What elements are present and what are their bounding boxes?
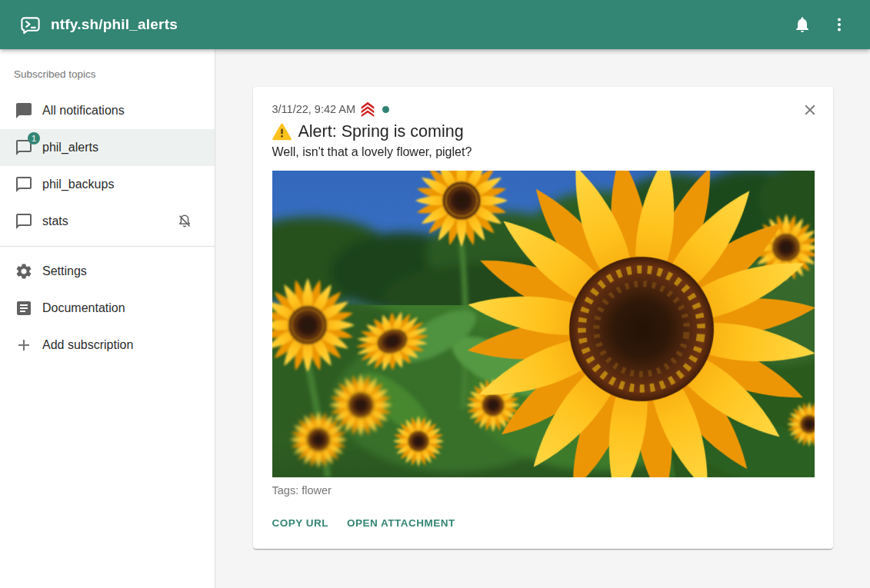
overflow-menu-button[interactable] <box>821 6 858 43</box>
open-attachment-button[interactable]: OPEN ATTACHMENT <box>347 513 455 533</box>
chat-bubble-outline-icon <box>15 175 33 194</box>
app-bar: ntfy.sh/phil_alerts <box>0 0 870 49</box>
sidebar-item-all-notifications[interactable]: All notifications <box>0 92 215 129</box>
sidebar-subheader: Subscribed topics <box>0 55 215 92</box>
bell-icon <box>793 15 812 34</box>
sidebar: Subscribed topics All notifications 1 ph… <box>0 49 215 588</box>
chat-bubble-outline-icon: 1 <box>15 138 33 157</box>
sidebar-item-stats[interactable]: stats <box>0 203 215 240</box>
gear-icon <box>15 262 33 281</box>
app-title: ntfy.sh/phil_alerts <box>51 16 178 33</box>
menu-label: Documentation <box>42 301 215 315</box>
sidebar-menu: Settings Documentation Add subscription <box>0 253 215 364</box>
sidebar-divider <box>0 246 215 247</box>
topic-list: All notifications 1 phil_alerts phil_bac… <box>0 92 215 240</box>
chat-bubble-filled-icon <box>15 101 33 120</box>
notification-title: Alert: Spring is coming <box>298 122 464 141</box>
notification-tags: Tags: flower <box>272 484 815 497</box>
notification-message: Well, isn't that a lovely flower, piglet… <box>272 145 815 159</box>
notification-datetime: 3/11/22, 9:42 AM <box>272 103 356 115</box>
sidebar-item-add-subscription[interactable]: Add subscription <box>0 327 215 364</box>
menu-label: Add subscription <box>42 338 215 352</box>
topic-label: phil_backups <box>42 178 215 191</box>
unread-dot <box>382 106 389 113</box>
close-icon <box>802 101 818 118</box>
unread-count-badge: 1 <box>28 132 40 145</box>
topic-label: stats <box>42 214 176 228</box>
attachment-image[interactable] <box>272 171 815 477</box>
bell-muted-icon <box>176 213 193 230</box>
notifications-mute-button[interactable] <box>784 6 821 43</box>
notification-meta: 3/11/22, 9:42 AM <box>272 101 815 117</box>
notification-card: 3/11/22, 9:42 AM Alert: Spring is coming <box>253 87 833 549</box>
topic-label: All notifications <box>42 104 215 118</box>
main-content: 3/11/22, 9:42 AM Alert: Spring is coming <box>215 49 870 588</box>
plus-icon <box>15 336 33 354</box>
chat-bubble-outline-icon <box>15 212 33 231</box>
topic-label: phil_alerts <box>42 141 215 154</box>
sidebar-item-phil-backups[interactable]: phil_backups <box>0 166 215 203</box>
notification-title-row: Alert: Spring is coming <box>272 122 815 141</box>
article-icon <box>15 299 33 317</box>
priority-high-icon <box>359 101 376 118</box>
close-notification-button[interactable] <box>796 96 824 124</box>
menu-label: Settings <box>42 264 215 278</box>
copy-url-button[interactable]: COPY URL <box>272 513 329 533</box>
sidebar-item-settings[interactable]: Settings <box>0 253 215 290</box>
warning-emoji-icon <box>272 122 292 141</box>
sidebar-item-documentation[interactable]: Documentation <box>0 290 215 327</box>
ntfy-logo-icon <box>20 15 41 35</box>
sidebar-item-phil-alerts[interactable]: 1 phil_alerts <box>0 129 215 166</box>
notification-actions: COPY URL OPEN ATTACHMENT <box>272 513 815 533</box>
kebab-menu-icon <box>830 15 848 34</box>
